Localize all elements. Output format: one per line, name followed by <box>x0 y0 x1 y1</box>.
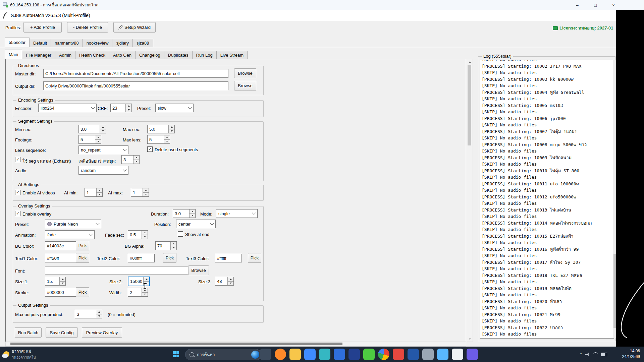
app-icon-navy[interactable] <box>408 349 419 360</box>
exhaust-checkbox[interactable] <box>15 157 20 162</box>
remain-stepper[interactable]: 3 <box>121 155 140 164</box>
master-dir-browse-button[interactable]: Browse <box>234 68 256 78</box>
stroke-pick-button[interactable]: Pick <box>76 287 89 297</box>
output-dir-input[interactable]: G:/My Drive/00000Tiktok final/0000555sol… <box>43 81 228 90</box>
show-at-end-checkbox[interactable] <box>178 231 183 237</box>
ai-min-stepper[interactable]: 1 <box>85 188 103 197</box>
max-outputs-stepper[interactable]: 3 <box>75 310 102 318</box>
size3-stepper[interactable]: 48 <box>215 277 234 286</box>
preset-select[interactable]: slow <box>155 104 194 112</box>
word-icon[interactable] <box>348 349 360 360</box>
main-tab-live-stream[interactable]: Live Stream <box>216 51 248 59</box>
main-tab-changelog[interactable]: Changelog <box>135 51 164 59</box>
opera-icon[interactable] <box>393 349 404 360</box>
enable-overlay-checkbox[interactable] <box>15 211 20 216</box>
text1-color-input[interactable]: #ff50ff <box>45 254 77 262</box>
font-input[interactable] <box>45 266 188 275</box>
audio-select[interactable]: random <box>78 166 128 175</box>
crf-stepper[interactable]: 23 <box>110 104 132 112</box>
add-profile-button[interactable]: + Add Profile <box>23 22 62 33</box>
settings-icon[interactable] <box>422 349 434 360</box>
start-button[interactable] <box>170 349 182 360</box>
fade-sec-stepper[interactable]: 0.5 <box>128 230 148 239</box>
battery-icon[interactable] <box>601 353 607 356</box>
main-tab-run-log[interactable]: Run Log <box>192 51 217 59</box>
form-scrollbar-thumb[interactable] <box>468 65 471 145</box>
max-sec-stepper[interactable]: 5.0 <box>147 125 175 133</box>
line-icon[interactable] <box>363 349 375 360</box>
mode-select[interactable]: single <box>216 209 258 218</box>
task-view-icon[interactable] <box>260 349 271 360</box>
volume-icon[interactable] <box>585 353 590 356</box>
notepad-icon[interactable] <box>452 349 463 360</box>
rdp-maximize-button[interactable]: □ <box>588 0 603 10</box>
stroke-width-stepper[interactable]: 2 <box>128 288 148 297</box>
profile-tab-sjdiary[interactable]: sjdiary <box>112 39 133 47</box>
main-tab-duplicates[interactable]: Duplicates <box>164 51 193 59</box>
profile-tab-namnantv88[interactable]: namnantv88 <box>51 39 83 47</box>
log-scrollbar[interactable] <box>613 60 616 338</box>
form-hscrollbar-thumb[interactable] <box>10 343 342 345</box>
main-tab-file-manager[interactable]: File Manager <box>22 51 55 59</box>
chrome-icon[interactable] <box>378 349 389 360</box>
bg-color-pick-button[interactable]: Pick <box>76 241 89 250</box>
network-icon[interactable] <box>593 352 598 356</box>
text3-color-pick-button[interactable]: Pick <box>248 253 261 263</box>
min-sec-stepper[interactable]: 3.0 <box>78 125 106 133</box>
run-batch-button[interactable]: Run Batch <box>15 327 42 338</box>
ai-max-stepper[interactable]: 1 <box>131 188 149 197</box>
tray-overflow-chevron[interactable]: ^ <box>580 352 582 357</box>
output-dir-browse-button[interactable]: Browse <box>234 81 256 90</box>
duration-stepper[interactable]: 3.0 <box>173 209 196 218</box>
preview-overlay-button[interactable]: Preview Overlay <box>82 327 122 338</box>
firefox-icon[interactable] <box>275 349 286 360</box>
max-lens-stepper[interactable]: 5 <box>147 135 170 144</box>
bg-color-input[interactable]: #14003c <box>45 241 77 250</box>
file-explorer-icon[interactable] <box>289 349 301 360</box>
form-horizontal-scrollbar[interactable] <box>5 342 466 347</box>
main-tab-auto-gen[interactable]: Auto Gen <box>109 51 136 59</box>
animation-select[interactable]: fade <box>45 230 95 239</box>
footage-stepper[interactable]: 5 <box>78 135 101 144</box>
edge-icon[interactable] <box>319 349 330 360</box>
media-player-icon[interactable] <box>467 349 478 360</box>
position-select[interactable]: center <box>176 220 216 228</box>
main-tab-main[interactable]: Main <box>5 50 22 59</box>
text1-color-pick-button[interactable]: Pick <box>76 253 89 263</box>
profile-tab-sjza88[interactable]: sjza88 <box>132 39 153 47</box>
profile-tab-nookreview[interactable]: nookreview <box>83 39 113 47</box>
size1-stepper[interactable]: 15. <box>45 277 66 286</box>
text2-color-input[interactable]: #00ffff <box>128 254 155 262</box>
setup-wizard-button[interactable]: Setup Wizard <box>113 22 156 33</box>
form-vertical-scrollbar[interactable] <box>467 59 473 342</box>
delete-profile-button[interactable]: - Delete Profile <box>67 22 108 33</box>
store-icon[interactable] <box>304 349 316 360</box>
text3-color-input[interactable]: #ffffff <box>215 254 242 262</box>
log-scrollbar-thumb[interactable] <box>613 254 616 328</box>
font-browse-button[interactable]: Browse <box>188 265 209 275</box>
scroll-down-arrow[interactable] <box>467 337 473 342</box>
rdp-minimize-button[interactable]: – <box>570 0 585 10</box>
stroke-color-input[interactable]: #000000 <box>45 288 77 297</box>
rdp-close-button[interactable]: × <box>606 0 621 10</box>
app-minimize-button[interactable]: — <box>586 10 602 21</box>
main-tab-health-check[interactable]: Health Check <box>75 51 109 59</box>
delete-used-checkbox[interactable] <box>147 146 153 152</box>
taskbar-clock[interactable]: 14:06 24/1/2569 <box>622 348 640 360</box>
encoder-select[interactable]: libx264 <box>38 104 97 112</box>
app-icon-blue[interactable] <box>334 349 345 360</box>
bg-alpha-stepper[interactable]: 70 <box>155 241 177 250</box>
log-textbox[interactable]: [SKIP] No audio files[PROCESS] Starting:… <box>480 60 614 339</box>
profile-tab-default[interactable]: Default <box>29 39 51 47</box>
scroll-up-arrow[interactable] <box>467 59 473 64</box>
overlay-preset-select[interactable]: Purple Neon <box>45 220 101 228</box>
anydesk-icon[interactable] <box>437 349 448 360</box>
master-dir-input[interactable]: C:/Users/Administrator/Documents/All Pro… <box>43 69 228 78</box>
save-config-button[interactable]: Save Config <box>46 327 78 338</box>
enable-ai-checkbox[interactable] <box>15 190 20 195</box>
system-tray[interactable]: ^ <box>580 347 607 362</box>
profile-tab-555solar[interactable]: 555solar <box>5 38 30 47</box>
text2-color-pick-button[interactable]: Pick <box>163 253 176 263</box>
lens-sequence-select[interactable]: no_repeat <box>78 145 128 154</box>
taskbar-weather-widget[interactable]: อากาศ: แม่ วันอังคารถัดไป <box>3 348 36 360</box>
